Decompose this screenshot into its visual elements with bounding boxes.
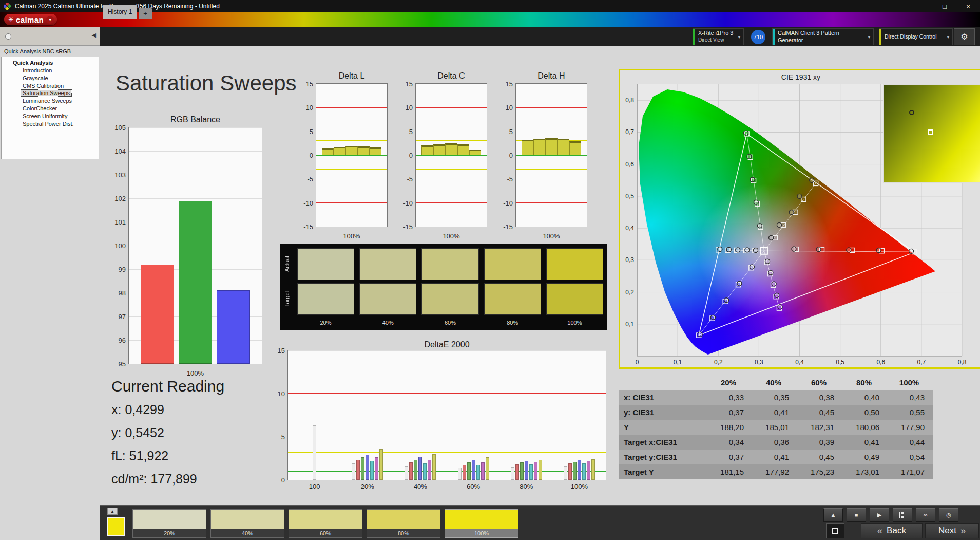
pattern-swatch-100%[interactable]: 100% bbox=[445, 509, 518, 538]
chart-xlabel: 100% bbox=[516, 232, 587, 240]
minimize-button[interactable]: – bbox=[909, 0, 933, 12]
pattern-swatch-20%[interactable]: 20% bbox=[132, 509, 206, 538]
reference-line bbox=[288, 393, 606, 394]
axis-tick-label: 5 bbox=[409, 127, 413, 135]
swatch-row-label: Target bbox=[284, 283, 292, 315]
workflow-options-button[interactable] bbox=[5, 33, 11, 40]
sidebar-item-introduction[interactable]: Introduction bbox=[2, 67, 99, 75]
swatch-column-label: 100% bbox=[546, 320, 603, 326]
table-cell: 0,33 bbox=[706, 390, 751, 405]
pattern-generator-dropdown[interactable]: CalMAN Client 3 Pattern Generator ▼ bbox=[772, 28, 874, 45]
measured-point-blue bbox=[710, 315, 715, 320]
deltae-bar bbox=[520, 462, 524, 480]
maximize-button[interactable]: □ bbox=[933, 0, 956, 12]
chart-title: Delta C bbox=[416, 71, 487, 81]
axis-tick-label: 105 bbox=[114, 124, 126, 132]
table-cell: 177,92 bbox=[751, 464, 796, 479]
table-row: Target y:CIE310,370,410,450,490,54 bbox=[619, 450, 933, 464]
sidebar-item-colorchecker[interactable]: ColorChecker bbox=[2, 105, 99, 113]
back-button[interactable]: « Back bbox=[861, 523, 923, 538]
deltae-bar bbox=[573, 462, 577, 480]
grid-line bbox=[516, 179, 587, 179]
play-button[interactable]: ▶ bbox=[870, 508, 889, 522]
sidebar-item-spectral-power-dist-[interactable]: Spectral Power Dist. bbox=[2, 120, 99, 128]
delta-bar bbox=[558, 139, 569, 155]
eject-button[interactable]: ▲ bbox=[823, 508, 843, 522]
sidebar-item-screen-uniformity[interactable]: Screen Uniformity bbox=[2, 113, 99, 120]
axis-tick-label: 100% bbox=[571, 482, 588, 490]
floppy-shutter bbox=[901, 512, 904, 514]
sidebar-item-grayscale[interactable]: Grayscale bbox=[2, 75, 99, 82]
loop-button[interactable]: ∞ bbox=[916, 508, 935, 522]
deltae-bar bbox=[534, 462, 537, 480]
grid-line bbox=[316, 227, 387, 227]
chart-title: Delta L bbox=[316, 71, 387, 81]
pattern-preview-swatch[interactable] bbox=[107, 517, 125, 536]
sidebar-item-cms-calibration[interactable]: CMS Calibration bbox=[2, 82, 99, 90]
deltae2000-chart: DeltaE 2000 15105010020%40%60%80%100% bbox=[287, 350, 606, 480]
meter-dropdown[interactable]: X-Rite i1Pro 3 Direct View ▼ bbox=[693, 28, 744, 45]
window-controls: – □ × bbox=[909, 0, 980, 12]
settings-button[interactable]: ⚙ bbox=[954, 28, 975, 45]
add-tab-button[interactable]: + bbox=[139, 8, 152, 19]
deltae-bar bbox=[432, 454, 436, 480]
pattern-collapse-button[interactable]: ▲ bbox=[107, 508, 118, 515]
table-cell: 188,20 bbox=[706, 420, 751, 435]
delta-bar bbox=[545, 138, 557, 155]
pattern-window-icon bbox=[832, 528, 838, 534]
axis-tick-label: 15 bbox=[506, 80, 513, 88]
axis-tick-label: 0 bbox=[281, 476, 285, 484]
save-button[interactable] bbox=[893, 508, 912, 522]
table-cell: 0,55 bbox=[887, 405, 932, 420]
pattern-window-button[interactable] bbox=[826, 523, 844, 538]
axis-tick-label: 10 bbox=[306, 104, 313, 111]
delta-c-chart: Delta C 100% 151050-5-10-15 bbox=[415, 83, 487, 227]
pattern-swatch-80%[interactable]: 80% bbox=[367, 509, 440, 538]
snapshot-button[interactable]: ◎ bbox=[939, 508, 958, 522]
sidebar-item-label: Spectral Power Dist. bbox=[21, 121, 75, 127]
swatch-column-label: 40% bbox=[359, 320, 416, 326]
sidebar-collapse-icon[interactable]: ◀ bbox=[92, 32, 96, 39]
axis-tick-label: 60% bbox=[467, 482, 480, 490]
display-accent-stripe bbox=[879, 29, 881, 45]
grid-line bbox=[416, 132, 487, 132]
axis-tick-label: 0 bbox=[509, 152, 513, 159]
table-cell: 0,49 bbox=[841, 450, 887, 464]
axis-tick-label: 96 bbox=[119, 337, 126, 344]
deltae-bar bbox=[361, 457, 364, 480]
delta-bar bbox=[445, 143, 457, 155]
deltae-bar bbox=[568, 463, 572, 480]
back-label: Back bbox=[887, 526, 906, 536]
axis-tick-label: -10 bbox=[503, 199, 513, 207]
pattern-swatch-60%[interactable]: 60% bbox=[289, 509, 362, 538]
delta-bar bbox=[334, 147, 345, 155]
stop-button[interactable]: ■ bbox=[847, 508, 866, 522]
calman-logo[interactable]: ✳ calman ▼ bbox=[4, 14, 57, 25]
table-row: y: CIE310,370,410,450,500,55 bbox=[619, 405, 933, 420]
swatch-row: Target bbox=[284, 283, 603, 315]
table-cell: 0,37 bbox=[706, 405, 751, 420]
calman-pinwheel-icon: ✳ bbox=[8, 16, 13, 23]
logo-menu-button[interactable]: ▼ bbox=[46, 16, 54, 24]
axis-tick-label: -10 bbox=[403, 199, 413, 207]
deltae-bar bbox=[375, 457, 378, 480]
svg-text:0,5: 0,5 bbox=[836, 359, 844, 366]
sidebar-item-saturation-sweeps[interactable]: Saturation Sweeps bbox=[2, 89, 99, 97]
sidebar-item-luminance-sweeps[interactable]: Luminance Sweeps bbox=[2, 97, 99, 105]
sidebar-item-label: Saturation Sweeps bbox=[21, 90, 71, 96]
next-button[interactable]: Next » bbox=[925, 523, 979, 538]
tab-history-1[interactable]: History 1 bbox=[103, 5, 137, 19]
cie-chart-title: CIE 1931 xy bbox=[620, 73, 980, 81]
chart-title: DeltaE 2000 bbox=[288, 340, 606, 349]
close-button[interactable]: × bbox=[956, 0, 980, 12]
grid-line bbox=[416, 179, 487, 179]
bar-green bbox=[179, 201, 212, 364]
measured-point-yellow bbox=[789, 210, 794, 214]
display-control-dropdown[interactable]: Direct Display Control ▼ bbox=[879, 28, 953, 45]
pattern-swatch-40%[interactable]: 40% bbox=[210, 509, 284, 538]
measured-point-blue bbox=[750, 265, 754, 269]
svg-text:0: 0 bbox=[636, 359, 639, 366]
stop-icon: ■ bbox=[855, 512, 858, 518]
grid-line bbox=[316, 179, 387, 179]
deltae-bar bbox=[352, 463, 355, 480]
